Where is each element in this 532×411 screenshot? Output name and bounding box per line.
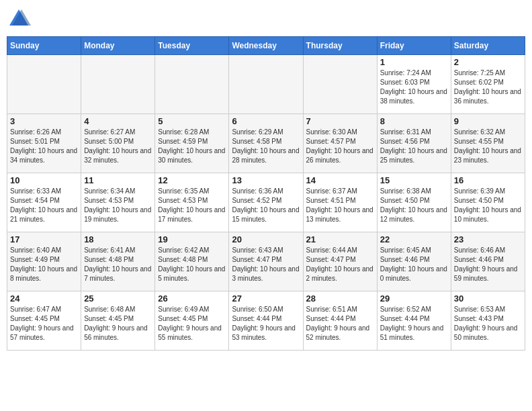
day-info: Sunrise: 6:32 AM Sunset: 4:55 PM Dayligh…	[454, 128, 522, 165]
calendar-table: SundayMondayTuesdayWednesdayThursdayFrid…	[7, 36, 525, 351]
day-number: 8	[380, 116, 448, 126]
calendar-cell	[229, 55, 303, 114]
day-header-saturday: Saturday	[451, 37, 525, 55]
day-info: Sunrise: 6:53 AM Sunset: 4:43 PM Dayligh…	[454, 305, 522, 342]
day-number: 20	[232, 234, 300, 244]
day-number: 28	[306, 293, 374, 304]
day-number: 24	[10, 293, 78, 304]
day-info: Sunrise: 6:29 AM Sunset: 4:58 PM Dayligh…	[232, 128, 300, 165]
day-info: Sunrise: 6:40 AM Sunset: 4:49 PM Dayligh…	[10, 246, 78, 283]
day-info: Sunrise: 6:31 AM Sunset: 4:56 PM Dayligh…	[380, 128, 448, 165]
calendar-week-row: 3Sunrise: 6:26 AM Sunset: 5:01 PM Daylig…	[7, 114, 525, 173]
day-number: 19	[158, 234, 226, 244]
day-number: 18	[84, 234, 152, 244]
calendar-cell	[303, 55, 377, 114]
calendar-cell: 9Sunrise: 6:32 AM Sunset: 4:55 PM Daylig…	[451, 114, 525, 173]
calendar-cell: 7Sunrise: 6:30 AM Sunset: 4:57 PM Daylig…	[303, 114, 377, 173]
calendar-cell: 17Sunrise: 6:40 AM Sunset: 4:49 PM Dayli…	[7, 232, 81, 291]
calendar-header-row: SundayMondayTuesdayWednesdayThursdayFrid…	[7, 37, 525, 55]
day-info: Sunrise: 6:26 AM Sunset: 5:01 PM Dayligh…	[10, 128, 78, 165]
day-number: 7	[306, 116, 374, 126]
day-number: 29	[380, 293, 448, 304]
day-number: 13	[232, 175, 300, 185]
day-number: 4	[84, 116, 152, 126]
calendar-cell: 30Sunrise: 6:53 AM Sunset: 4:43 PM Dayli…	[451, 291, 525, 351]
day-number: 3	[10, 116, 78, 126]
day-info: Sunrise: 6:50 AM Sunset: 4:44 PM Dayligh…	[232, 305, 300, 342]
calendar-cell: 8Sunrise: 6:31 AM Sunset: 4:56 PM Daylig…	[377, 114, 451, 173]
calendar-cell: 6Sunrise: 6:29 AM Sunset: 4:58 PM Daylig…	[229, 114, 303, 173]
day-info: Sunrise: 6:36 AM Sunset: 4:52 PM Dayligh…	[232, 187, 300, 224]
day-number: 22	[380, 234, 448, 244]
logo-icon	[7, 7, 31, 31]
calendar-cell	[155, 55, 229, 114]
day-info: Sunrise: 6:47 AM Sunset: 4:45 PM Dayligh…	[10, 305, 78, 342]
calendar-cell: 10Sunrise: 6:33 AM Sunset: 4:54 PM Dayli…	[7, 173, 81, 232]
day-info: Sunrise: 6:39 AM Sunset: 4:50 PM Dayligh…	[454, 187, 522, 224]
day-info: Sunrise: 6:42 AM Sunset: 4:48 PM Dayligh…	[158, 246, 226, 283]
day-number: 1	[380, 57, 448, 67]
day-number: 5	[158, 116, 226, 126]
day-info: Sunrise: 6:27 AM Sunset: 5:00 PM Dayligh…	[84, 128, 152, 165]
day-info: Sunrise: 6:44 AM Sunset: 4:47 PM Dayligh…	[306, 246, 374, 283]
calendar-cell: 11Sunrise: 6:34 AM Sunset: 4:53 PM Dayli…	[81, 173, 155, 232]
calendar-cell: 18Sunrise: 6:41 AM Sunset: 4:48 PM Dayli…	[81, 232, 155, 291]
calendar-cell: 29Sunrise: 6:52 AM Sunset: 4:44 PM Dayli…	[377, 291, 451, 351]
day-info: Sunrise: 6:38 AM Sunset: 4:50 PM Dayligh…	[380, 187, 448, 224]
calendar-cell: 27Sunrise: 6:50 AM Sunset: 4:44 PM Dayli…	[229, 291, 303, 351]
calendar-week-row: 1Sunrise: 7:24 AM Sunset: 6:03 PM Daylig…	[7, 55, 525, 114]
day-info: Sunrise: 6:28 AM Sunset: 4:59 PM Dayligh…	[158, 128, 226, 165]
day-info: Sunrise: 6:48 AM Sunset: 4:45 PM Dayligh…	[84, 305, 152, 342]
day-number: 25	[84, 293, 152, 304]
calendar-cell: 2Sunrise: 7:25 AM Sunset: 6:02 PM Daylig…	[451, 55, 525, 114]
day-number: 15	[380, 175, 448, 185]
calendar-cell	[81, 55, 155, 114]
day-header-wednesday: Wednesday	[229, 37, 303, 55]
calendar-cell: 13Sunrise: 6:36 AM Sunset: 4:52 PM Dayli…	[229, 173, 303, 232]
day-info: Sunrise: 6:33 AM Sunset: 4:54 PM Dayligh…	[10, 187, 78, 224]
calendar-cell: 1Sunrise: 7:24 AM Sunset: 6:03 PM Daylig…	[377, 55, 451, 114]
calendar-cell: 5Sunrise: 6:28 AM Sunset: 4:59 PM Daylig…	[155, 114, 229, 173]
day-header-sunday: Sunday	[7, 37, 81, 55]
day-info: Sunrise: 6:35 AM Sunset: 4:53 PM Dayligh…	[158, 187, 226, 224]
day-header-friday: Friday	[377, 37, 451, 55]
calendar-cell: 23Sunrise: 6:46 AM Sunset: 4:46 PM Dayli…	[451, 232, 525, 291]
calendar-cell: 22Sunrise: 6:45 AM Sunset: 4:46 PM Dayli…	[377, 232, 451, 291]
calendar-cell: 25Sunrise: 6:48 AM Sunset: 4:45 PM Dayli…	[81, 291, 155, 351]
calendar-cell: 15Sunrise: 6:38 AM Sunset: 4:50 PM Dayli…	[377, 173, 451, 232]
day-number: 23	[454, 234, 522, 244]
day-number: 30	[454, 293, 522, 304]
day-info: Sunrise: 6:45 AM Sunset: 4:46 PM Dayligh…	[380, 246, 448, 283]
calendar-cell: 21Sunrise: 6:44 AM Sunset: 4:47 PM Dayli…	[303, 232, 377, 291]
day-number: 14	[306, 175, 374, 185]
day-header-tuesday: Tuesday	[155, 37, 229, 55]
day-number: 2	[454, 57, 522, 67]
day-number: 16	[454, 175, 522, 185]
day-info: Sunrise: 6:52 AM Sunset: 4:44 PM Dayligh…	[380, 305, 448, 342]
day-info: Sunrise: 6:51 AM Sunset: 4:44 PM Dayligh…	[306, 305, 374, 342]
calendar-cell: 24Sunrise: 6:47 AM Sunset: 4:45 PM Dayli…	[7, 291, 81, 351]
calendar-week-row: 17Sunrise: 6:40 AM Sunset: 4:49 PM Dayli…	[7, 232, 525, 291]
calendar-cell: 4Sunrise: 6:27 AM Sunset: 5:00 PM Daylig…	[81, 114, 155, 173]
day-number: 17	[10, 234, 78, 244]
calendar-cell: 28Sunrise: 6:51 AM Sunset: 4:44 PM Dayli…	[303, 291, 377, 351]
calendar-cell: 12Sunrise: 6:35 AM Sunset: 4:53 PM Dayli…	[155, 173, 229, 232]
day-number: 6	[232, 116, 300, 126]
day-info: Sunrise: 6:37 AM Sunset: 4:51 PM Dayligh…	[306, 187, 374, 224]
calendar-cell: 20Sunrise: 6:43 AM Sunset: 4:47 PM Dayli…	[229, 232, 303, 291]
calendar-week-row: 10Sunrise: 6:33 AM Sunset: 4:54 PM Dayli…	[7, 173, 525, 232]
logo	[7, 7, 34, 31]
day-number: 26	[158, 293, 226, 304]
calendar-cell: 16Sunrise: 6:39 AM Sunset: 4:50 PM Dayli…	[451, 173, 525, 232]
calendar-cell: 14Sunrise: 6:37 AM Sunset: 4:51 PM Dayli…	[303, 173, 377, 232]
day-number: 11	[84, 175, 152, 185]
day-info: Sunrise: 6:46 AM Sunset: 4:46 PM Dayligh…	[454, 246, 522, 283]
day-info: Sunrise: 7:24 AM Sunset: 6:03 PM Dayligh…	[380, 68, 448, 106]
day-number: 27	[232, 293, 300, 304]
calendar-cell: 3Sunrise: 6:26 AM Sunset: 5:01 PM Daylig…	[7, 114, 81, 173]
day-info: Sunrise: 6:41 AM Sunset: 4:48 PM Dayligh…	[84, 246, 152, 283]
calendar-cell: 19Sunrise: 6:42 AM Sunset: 4:48 PM Dayli…	[155, 232, 229, 291]
day-header-thursday: Thursday	[303, 37, 377, 55]
page-header	[7, 7, 525, 31]
calendar-cell: 26Sunrise: 6:49 AM Sunset: 4:45 PM Dayli…	[155, 291, 229, 351]
